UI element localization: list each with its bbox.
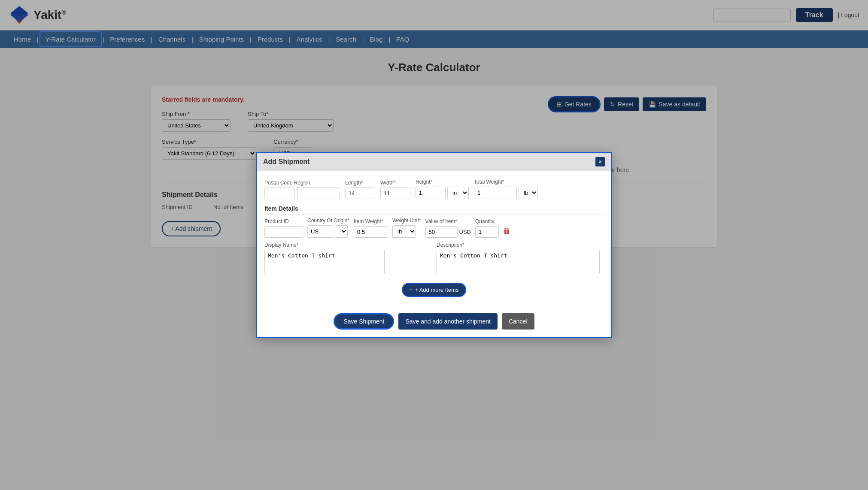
modal-title: Add Shipment	[263, 158, 310, 166]
display-name-group: Display Name* Men's Cotton T-shirt	[264, 242, 431, 260]
postal-code-label: Postal Code Region	[264, 180, 340, 186]
postal-code-group: Postal Code Region	[264, 180, 340, 199]
quantity-group: Quantity	[475, 218, 499, 238]
postal-code-input1[interactable]	[264, 188, 294, 199]
modal-dimensions-row: Postal Code Region Length* Width* Height…	[264, 179, 604, 199]
item-weight-unit-select[interactable]: lb kg	[392, 225, 416, 238]
country-of-origin-group: Country Of Origin*	[307, 218, 349, 238]
width-group: Width*	[380, 180, 410, 199]
modal-body: Postal Code Region Length* Width* Height…	[257, 171, 611, 260]
item-weight-group: Item Weight*	[354, 218, 388, 238]
total-weight-label: Total Weight*	[474, 179, 538, 185]
display-desc-row: Display Name* Men's Cotton T-shirt Descr…	[264, 242, 604, 260]
height-label: Height*	[416, 179, 469, 185]
value-of-item-input[interactable]	[425, 226, 458, 238]
postal-code-input2[interactable]	[297, 188, 340, 199]
item-weight-input[interactable]	[354, 226, 388, 238]
display-name-label: Display Name*	[264, 242, 431, 248]
product-id-group: Product ID	[264, 218, 303, 238]
display-name-textarea[interactable]: Men's Cotton T-shirt	[264, 250, 385, 260]
description-textarea[interactable]: Men's Cotton T-shirt	[437, 250, 600, 260]
length-input[interactable]	[345, 188, 375, 199]
add-shipment-modal: Add Shipment × Postal Code Region Length…	[256, 152, 612, 260]
quantity-label: Quantity	[475, 218, 499, 224]
country-of-origin-input[interactable]	[307, 225, 333, 238]
delete-item-group: 🗑	[503, 227, 511, 238]
country-of-origin-label: Country Of Origin*	[307, 218, 349, 224]
modal-header: Add Shipment ×	[257, 153, 611, 171]
total-weight-group: Total Weight* lb kg	[474, 179, 538, 199]
weight-unit-group: Weight Unit* lb kg	[392, 218, 421, 238]
dimension-unit-select[interactable]: in cm	[447, 187, 469, 199]
width-label: Width*	[380, 180, 410, 186]
delete-item-button[interactable]: 🗑	[503, 227, 511, 236]
length-label: Length*	[345, 180, 375, 186]
height-input[interactable]	[416, 187, 446, 199]
height-group: Height* in cm	[416, 179, 469, 199]
modal-overlay: Add Shipment × Postal Code Region Length…	[0, 0, 868, 260]
weight-unit-label: Weight Unit*	[392, 218, 421, 224]
description-group: Description* Men's Cotton T-shirt	[437, 242, 604, 260]
value-currency: USD	[459, 229, 471, 235]
product-id-label: Product ID	[264, 218, 303, 224]
quantity-input[interactable]	[475, 226, 499, 238]
country-of-origin-select[interactable]	[335, 225, 348, 238]
description-label: Description*	[437, 242, 604, 248]
modal-close-button[interactable]: ×	[595, 157, 605, 166]
length-group: Length*	[345, 180, 375, 199]
weight-unit-select[interactable]: lb kg	[519, 187, 538, 199]
item-weight-label: Item Weight*	[354, 218, 388, 224]
item-details-row: Product ID Country Of Origin* Item Weigh…	[264, 218, 604, 238]
width-input[interactable]	[380, 188, 410, 199]
total-weight-input[interactable]	[474, 187, 517, 199]
product-id-input[interactable]	[264, 226, 303, 238]
item-details-title: Item Details	[264, 205, 604, 215]
value-of-item-label: Value of Item*	[425, 218, 471, 224]
value-of-item-group: Value of Item* USD	[425, 218, 471, 238]
